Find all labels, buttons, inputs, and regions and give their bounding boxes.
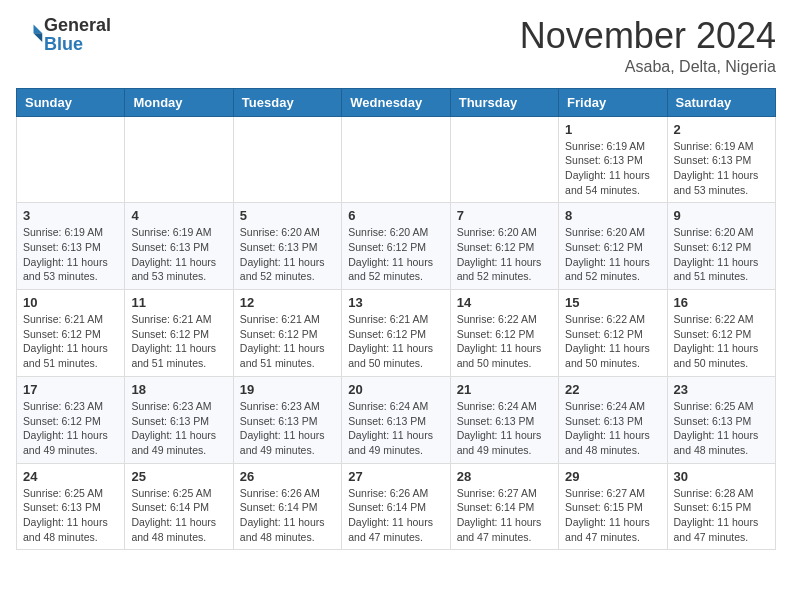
calendar-cell: 13Sunrise: 6:21 AM Sunset: 6:12 PM Dayli… [342,290,450,377]
calendar-cell: 26Sunrise: 6:26 AM Sunset: 6:14 PM Dayli… [233,463,341,550]
day-info: Sunrise: 6:26 AM Sunset: 6:14 PM Dayligh… [240,486,335,545]
calendar-week-row: 17Sunrise: 6:23 AM Sunset: 6:12 PM Dayli… [17,376,776,463]
calendar-cell: 22Sunrise: 6:24 AM Sunset: 6:13 PM Dayli… [559,376,667,463]
calendar-cell [17,116,125,203]
calendar-cell: 27Sunrise: 6:26 AM Sunset: 6:14 PM Dayli… [342,463,450,550]
calendar-cell: 24Sunrise: 6:25 AM Sunset: 6:13 PM Dayli… [17,463,125,550]
day-info: Sunrise: 6:21 AM Sunset: 6:12 PM Dayligh… [348,312,443,371]
day-info: Sunrise: 6:27 AM Sunset: 6:15 PM Dayligh… [565,486,660,545]
weekday-header: Sunday [17,88,125,116]
day-info: Sunrise: 6:28 AM Sunset: 6:15 PM Dayligh… [674,486,769,545]
calendar-cell [342,116,450,203]
calendar-cell [233,116,341,203]
calendar-cell: 15Sunrise: 6:22 AM Sunset: 6:12 PM Dayli… [559,290,667,377]
day-number: 19 [240,382,335,397]
day-info: Sunrise: 6:23 AM Sunset: 6:13 PM Dayligh… [240,399,335,458]
day-info: Sunrise: 6:24 AM Sunset: 6:13 PM Dayligh… [457,399,552,458]
day-info: Sunrise: 6:19 AM Sunset: 6:13 PM Dayligh… [131,225,226,284]
calendar-cell: 10Sunrise: 6:21 AM Sunset: 6:12 PM Dayli… [17,290,125,377]
weekday-header: Tuesday [233,88,341,116]
day-info: Sunrise: 6:19 AM Sunset: 6:13 PM Dayligh… [674,139,769,198]
calendar-header-row: SundayMondayTuesdayWednesdayThursdayFrid… [17,88,776,116]
day-number: 11 [131,295,226,310]
day-number: 27 [348,469,443,484]
day-number: 30 [674,469,769,484]
day-info: Sunrise: 6:21 AM Sunset: 6:12 PM Dayligh… [131,312,226,371]
calendar-cell: 6Sunrise: 6:20 AM Sunset: 6:12 PM Daylig… [342,203,450,290]
weekday-header: Monday [125,88,233,116]
day-info: Sunrise: 6:20 AM Sunset: 6:13 PM Dayligh… [240,225,335,284]
day-number: 26 [240,469,335,484]
day-info: Sunrise: 6:24 AM Sunset: 6:13 PM Dayligh… [565,399,660,458]
day-info: Sunrise: 6:19 AM Sunset: 6:13 PM Dayligh… [565,139,660,198]
calendar-cell: 7Sunrise: 6:20 AM Sunset: 6:12 PM Daylig… [450,203,558,290]
calendar-cell: 30Sunrise: 6:28 AM Sunset: 6:15 PM Dayli… [667,463,775,550]
day-info: Sunrise: 6:25 AM Sunset: 6:14 PM Dayligh… [131,486,226,545]
day-number: 17 [23,382,118,397]
calendar-cell: 23Sunrise: 6:25 AM Sunset: 6:13 PM Dayli… [667,376,775,463]
day-number: 6 [348,208,443,223]
day-number: 20 [348,382,443,397]
day-number: 10 [23,295,118,310]
calendar-cell: 4Sunrise: 6:19 AM Sunset: 6:13 PM Daylig… [125,203,233,290]
day-number: 28 [457,469,552,484]
day-number: 14 [457,295,552,310]
calendar-cell [125,116,233,203]
calendar-week-row: 3Sunrise: 6:19 AM Sunset: 6:13 PM Daylig… [17,203,776,290]
day-number: 3 [23,208,118,223]
calendar-cell: 18Sunrise: 6:23 AM Sunset: 6:13 PM Dayli… [125,376,233,463]
calendar-cell: 5Sunrise: 6:20 AM Sunset: 6:13 PM Daylig… [233,203,341,290]
day-number: 13 [348,295,443,310]
day-number: 2 [674,122,769,137]
day-info: Sunrise: 6:23 AM Sunset: 6:13 PM Dayligh… [131,399,226,458]
day-number: 23 [674,382,769,397]
page-header: General Blue November 2024 Asaba, Delta,… [16,16,776,76]
day-info: Sunrise: 6:27 AM Sunset: 6:14 PM Dayligh… [457,486,552,545]
calendar-cell: 9Sunrise: 6:20 AM Sunset: 6:12 PM Daylig… [667,203,775,290]
calendar-cell: 17Sunrise: 6:23 AM Sunset: 6:12 PM Dayli… [17,376,125,463]
day-info: Sunrise: 6:20 AM Sunset: 6:12 PM Dayligh… [457,225,552,284]
calendar-cell: 25Sunrise: 6:25 AM Sunset: 6:14 PM Dayli… [125,463,233,550]
calendar-cell: 8Sunrise: 6:20 AM Sunset: 6:12 PM Daylig… [559,203,667,290]
location: Asaba, Delta, Nigeria [520,58,776,76]
day-number: 24 [23,469,118,484]
calendar-cell [450,116,558,203]
calendar-cell: 21Sunrise: 6:24 AM Sunset: 6:13 PM Dayli… [450,376,558,463]
day-number: 9 [674,208,769,223]
calendar-week-row: 10Sunrise: 6:21 AM Sunset: 6:12 PM Dayli… [17,290,776,377]
calendar-week-row: 24Sunrise: 6:25 AM Sunset: 6:13 PM Dayli… [17,463,776,550]
day-number: 16 [674,295,769,310]
day-info: Sunrise: 6:26 AM Sunset: 6:14 PM Dayligh… [348,486,443,545]
weekday-header: Thursday [450,88,558,116]
weekday-header: Saturday [667,88,775,116]
day-number: 8 [565,208,660,223]
day-number: 15 [565,295,660,310]
calendar-cell: 12Sunrise: 6:21 AM Sunset: 6:12 PM Dayli… [233,290,341,377]
day-info: Sunrise: 6:20 AM Sunset: 6:12 PM Dayligh… [348,225,443,284]
day-number: 1 [565,122,660,137]
day-info: Sunrise: 6:25 AM Sunset: 6:13 PM Dayligh… [674,399,769,458]
day-info: Sunrise: 6:25 AM Sunset: 6:13 PM Dayligh… [23,486,118,545]
logo-blue: Blue [44,34,83,54]
weekday-header: Wednesday [342,88,450,116]
calendar-cell: 1Sunrise: 6:19 AM Sunset: 6:13 PM Daylig… [559,116,667,203]
day-number: 18 [131,382,226,397]
day-info: Sunrise: 6:21 AM Sunset: 6:12 PM Dayligh… [240,312,335,371]
calendar-cell: 3Sunrise: 6:19 AM Sunset: 6:13 PM Daylig… [17,203,125,290]
day-number: 12 [240,295,335,310]
weekday-header: Friday [559,88,667,116]
calendar-cell: 29Sunrise: 6:27 AM Sunset: 6:15 PM Dayli… [559,463,667,550]
day-number: 7 [457,208,552,223]
title-section: November 2024 Asaba, Delta, Nigeria [520,16,776,76]
day-info: Sunrise: 6:22 AM Sunset: 6:12 PM Dayligh… [674,312,769,371]
calendar-cell: 11Sunrise: 6:21 AM Sunset: 6:12 PM Dayli… [125,290,233,377]
calendar-cell: 28Sunrise: 6:27 AM Sunset: 6:14 PM Dayli… [450,463,558,550]
day-number: 5 [240,208,335,223]
calendar-cell: 20Sunrise: 6:24 AM Sunset: 6:13 PM Dayli… [342,376,450,463]
day-number: 22 [565,382,660,397]
calendar-cell: 14Sunrise: 6:22 AM Sunset: 6:12 PM Dayli… [450,290,558,377]
calendar-table: SundayMondayTuesdayWednesdayThursdayFrid… [16,88,776,551]
logo-icon [16,21,44,49]
calendar-cell: 16Sunrise: 6:22 AM Sunset: 6:12 PM Dayli… [667,290,775,377]
day-info: Sunrise: 6:21 AM Sunset: 6:12 PM Dayligh… [23,312,118,371]
